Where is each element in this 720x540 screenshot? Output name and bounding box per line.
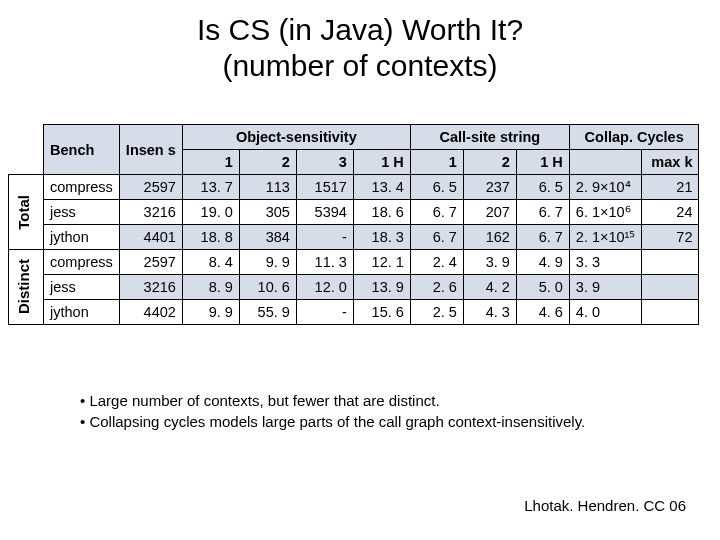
bullet-list: Large number of contexts, but fewer that… <box>80 390 585 432</box>
title-line2: (number of contexts) <box>222 49 497 82</box>
table-row: jess 3216 8. 9 10. 6 12. 0 13. 9 2. 6 4.… <box>9 275 699 300</box>
col-objsens: Object-sensitivity <box>182 125 410 150</box>
data-table-wrap: Bench Insen s Object-sensitivity Call-si… <box>8 124 699 325</box>
col-cs2: 2 <box>463 150 516 175</box>
table-row: jython 4402 9. 9 55. 9 - 15. 6 2. 5 4. 3… <box>9 300 699 325</box>
bullet-2: Collapsing cycles models large parts of … <box>80 411 585 432</box>
col-cs1: 1 <box>410 150 463 175</box>
col-o2: 2 <box>239 150 296 175</box>
col-maxk: max k <box>642 150 699 175</box>
col-cs1h: 1 H <box>516 150 569 175</box>
col-bench: Bench <box>44 125 120 175</box>
col-collap: Collap. Cycles <box>569 125 699 150</box>
group-distinct: Distinct <box>9 250 44 325</box>
bullet-1: Large number of contexts, but fewer that… <box>80 390 585 411</box>
col-collap-val <box>569 150 642 175</box>
header-row-1: Bench Insen s Object-sensitivity Call-si… <box>9 125 699 150</box>
slide-title: Is CS (in Java) Worth It? (number of con… <box>0 0 720 84</box>
col-o3: 3 <box>296 150 353 175</box>
table-row: jess 3216 19. 0 305 5394 18. 6 6. 7 207 … <box>9 200 699 225</box>
footer-citation: Lhotak. Hendren. CC 06 <box>524 497 686 514</box>
table-row: jython 4401 18. 8 384 - 18. 3 6. 7 162 6… <box>9 225 699 250</box>
table-row: Distinct compress 2597 8. 4 9. 9 11. 3 1… <box>9 250 699 275</box>
col-insens: Insen s <box>119 125 182 175</box>
table-row: Total compress 2597 13. 7 113 1517 13. 4… <box>9 175 699 200</box>
col-o1h: 1 H <box>353 150 410 175</box>
group-total: Total <box>9 175 44 250</box>
data-table: Bench Insen s Object-sensitivity Call-si… <box>8 124 699 325</box>
col-callsite: Call-site string <box>410 125 569 150</box>
col-o1: 1 <box>182 150 239 175</box>
title-line1: Is CS (in Java) Worth It? <box>197 13 523 46</box>
